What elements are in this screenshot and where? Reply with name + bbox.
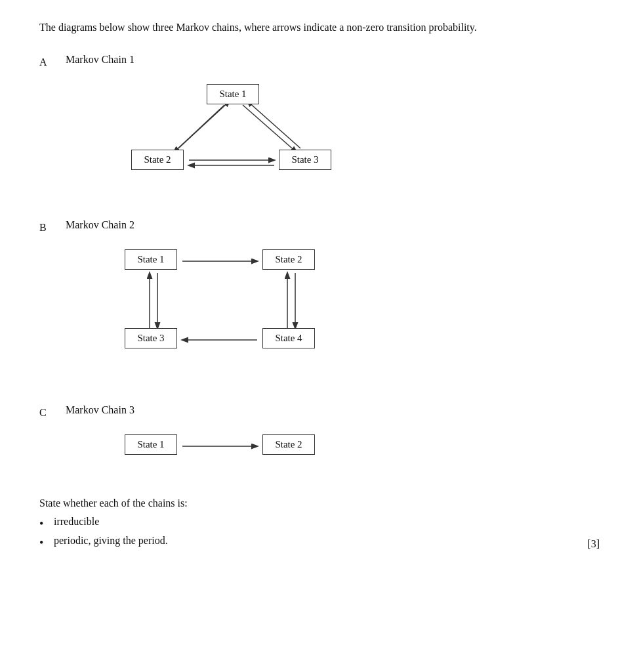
chain1-state2-box: State 2 xyxy=(131,150,184,170)
chain2-state3-box: State 3 xyxy=(125,328,177,348)
chain1-title: Markov Chain 1 xyxy=(66,54,600,66)
intro-text: The diagrams below show three Markov cha… xyxy=(39,20,600,35)
chain3-content: Markov Chain 3 State 1 State 2 xyxy=(66,404,600,474)
section-label-b: B xyxy=(39,219,66,234)
chain2-diagram: State 1 State 2 State 3 State 4 xyxy=(105,243,381,381)
svg-line-2 xyxy=(243,105,297,152)
bullet-dot-2: • xyxy=(39,537,54,549)
chain3-state2-box: State 2 xyxy=(262,434,315,455)
chain1-content: Markov Chain 1 xyxy=(66,54,600,196)
chain3-state1-box: State 1 xyxy=(125,434,177,455)
marks-label: [3] xyxy=(587,538,600,550)
chain2-state2-box: State 2 xyxy=(262,249,315,270)
chain3-title: Markov Chain 3 xyxy=(66,404,600,416)
section-label-c: C xyxy=(39,404,66,419)
section-c: C Markov Chain 3 State 1 State 2 xyxy=(39,404,600,474)
chain1-state3-box: State 3 xyxy=(279,150,331,170)
chain2-state4-box: State 4 xyxy=(262,328,315,348)
svg-line-0 xyxy=(174,105,224,152)
section-b: B Markov Chain 2 xyxy=(39,219,600,381)
bullet-periodic-text: periodic, giving the period. xyxy=(54,535,168,547)
chain3-diagram: State 1 State 2 xyxy=(105,428,381,474)
svg-line-1 xyxy=(178,101,230,148)
section-label-a: A xyxy=(39,54,66,68)
svg-line-3 xyxy=(247,101,300,148)
chain2-content: Markov Chain 2 xyxy=(66,219,600,381)
section-a: A Markov Chain 1 xyxy=(39,54,600,196)
bullet-irreducible-text: irreducible xyxy=(54,516,99,528)
chain2-state1-box: State 1 xyxy=(125,249,177,270)
chain1-diagram: State 1 State 2 State 3 xyxy=(105,77,367,196)
chain1-state1-box: State 1 xyxy=(207,84,259,104)
chain2-title: Markov Chain 2 xyxy=(66,219,600,231)
bullet-dot-1: • xyxy=(39,518,54,530)
bullet-irreducible: • irreducible xyxy=(39,516,600,530)
bottom-section: State whether each of the chains is: • i… xyxy=(39,497,600,550)
bottom-question: State whether each of the chains is: xyxy=(39,497,600,509)
